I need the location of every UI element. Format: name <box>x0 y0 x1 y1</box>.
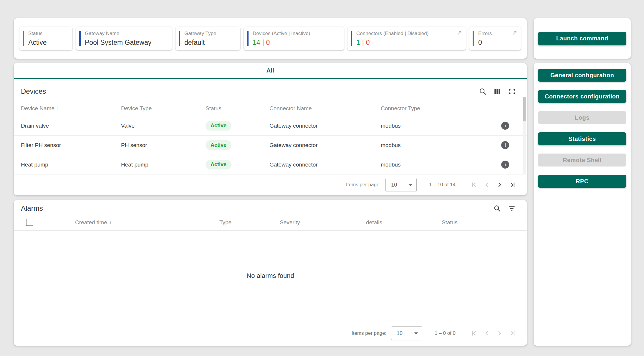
column-severity[interactable]: Severity <box>280 219 366 226</box>
stat-value: Pool System Gateway <box>85 39 167 47</box>
search-icon[interactable] <box>493 205 501 212</box>
devices-accent-bar <box>247 31 249 46</box>
devices-pagination: Items per page: 10 1 – 10 of 14 <box>14 174 527 195</box>
cell-connector-name: Gateway connector <box>269 142 381 149</box>
status-accent-bar <box>23 31 24 46</box>
column-connector-name[interactable]: Connector Name <box>269 105 381 112</box>
stat-value: 14|0 <box>253 39 339 47</box>
previous-page-button <box>480 181 493 189</box>
column-status[interactable]: Status <box>442 219 527 226</box>
status-badge: Active <box>206 140 231 150</box>
search-icon[interactable] <box>479 88 486 95</box>
cell-connector-type: modbus <box>381 161 500 168</box>
column-status[interactable]: Status <box>206 105 269 112</box>
remote-shell-button: Remote Shell <box>538 154 626 167</box>
scrollbar-thumb[interactable] <box>523 97 526 121</box>
chevron-down-icon <box>409 184 412 186</box>
filter-icon[interactable] <box>508 205 516 212</box>
stat-card-status: Status Active <box>19 27 72 50</box>
cell-device-name: Heat pump <box>21 161 121 168</box>
device-row-drain-valve[interactable]: Drain valve Valve Active Gateway connect… <box>14 116 527 136</box>
fullscreen-icon[interactable] <box>508 88 516 95</box>
external-link-icon[interactable]: ↗ <box>512 29 517 36</box>
stat-value: default <box>184 39 236 47</box>
no-alarms-message: No alarms found <box>14 231 527 321</box>
gateway-dashboard: Status Active Gateway Name Pool System G… <box>0 0 644 356</box>
tab-all[interactable]: All <box>266 67 274 74</box>
device-row-filter-ph-sensor[interactable]: Filter PH sensor PH sensor Active Gatewa… <box>14 136 527 155</box>
errors-accent-bar <box>473 31 474 46</box>
stat-label: Gateway Name <box>85 31 167 37</box>
cell-connector-name: Gateway connector <box>269 123 381 129</box>
cell-connector-type: modbus <box>381 123 500 129</box>
stat-card-gateway-type: Gateway Type default <box>176 27 240 50</box>
first-page-button <box>467 329 480 337</box>
column-created-time[interactable]: Created time↓ <box>75 219 219 226</box>
items-per-page-label: Items per page: <box>346 182 381 188</box>
items-per-page-value: 10 <box>391 182 397 188</box>
logs-button: Logs <box>538 111 626 124</box>
stat-value: 1|0 <box>356 39 461 47</box>
stat-value: 0 <box>478 39 516 47</box>
stat-value: Active <box>28 39 68 47</box>
column-device-name[interactable]: Device Name↑ <box>21 105 121 112</box>
status-badge: Active <box>206 121 231 131</box>
launch-command-panel: Launch command <box>534 18 631 59</box>
status-badge: Active <box>206 160 231 169</box>
sort-desc-icon: ↓ <box>109 220 112 225</box>
devices-table-header: Device Name↑ Device Type Status Connecto… <box>14 101 527 116</box>
alarms-toolbar <box>493 205 516 212</box>
page-range-label: 1 – 0 of 0 <box>435 330 456 336</box>
cell-device-type: Valve <box>121 123 206 129</box>
launch-command-button[interactable]: Launch command <box>538 32 626 45</box>
stat-label: Errors <box>478 31 516 37</box>
column-device-type[interactable]: Device Type <box>121 105 206 112</box>
alarms-header: Alarms <box>14 200 527 214</box>
next-page-button[interactable] <box>493 181 506 189</box>
connectors-configuration-button[interactable]: Connectors configuration <box>538 90 626 103</box>
cell-device-name: Filter PH sensor <box>21 142 121 149</box>
items-per-page-select[interactable]: 10 <box>385 178 417 192</box>
columns-icon[interactable] <box>494 88 501 95</box>
items-per-page-select[interactable]: 10 <box>391 326 422 340</box>
column-details[interactable]: details <box>366 219 442 226</box>
info-icon[interactable]: i <box>501 122 509 130</box>
column-type[interactable]: Type <box>219 219 280 226</box>
stat-card-devices: Devices (Active | Inactive) 14|0 <box>244 27 344 50</box>
next-page-button <box>493 329 506 337</box>
first-page-button <box>467 181 480 189</box>
actions-panel: General configuration Connectors configu… <box>534 63 631 346</box>
info-icon[interactable]: i <box>501 161 509 169</box>
last-page-button[interactable] <box>506 181 519 189</box>
tab-bar: All <box>14 63 527 79</box>
stat-label: Status <box>28 31 68 37</box>
info-icon[interactable]: i <box>501 141 509 149</box>
select-all-checkbox[interactable] <box>26 219 33 226</box>
column-connector-type[interactable]: Connector Type <box>381 105 500 112</box>
gateway-type-accent-bar <box>179 31 180 46</box>
sort-asc-icon: ↑ <box>57 106 59 111</box>
stat-label: Devices (Active | Inactive) <box>253 31 339 37</box>
devices-title: Devices <box>21 87 46 95</box>
rpc-button[interactable]: RPC <box>538 175 626 188</box>
general-configuration-button[interactable]: General configuration <box>538 69 626 82</box>
stat-label: Gateway Type <box>184 31 236 37</box>
cell-device-type: Heat pump <box>121 161 206 168</box>
connectors-accent-bar <box>351 31 352 46</box>
cell-device-type: PH sensor <box>121 142 206 149</box>
page-range-label: 1 – 10 of 14 <box>429 182 456 188</box>
device-row-heat-pump[interactable]: Heat pump Heat pump Active Gateway conne… <box>14 155 527 174</box>
stat-card-gateway-name: Gateway Name Pool System Gateway <box>76 27 172 50</box>
alarms-pagination: Items per page: 10 1 – 0 of 0 <box>14 321 527 346</box>
devices-toolbar <box>479 88 516 95</box>
statistics-button[interactable]: Statistics <box>538 132 626 145</box>
external-link-icon[interactable]: ↗ <box>457 29 462 36</box>
stat-card-connectors: ↗ Connectors (Enabled | Disabled) 1|0 <box>347 27 466 50</box>
stat-label: Connectors (Enabled | Disabled) <box>356 31 461 37</box>
previous-page-button <box>480 329 493 337</box>
last-page-button <box>506 329 519 337</box>
devices-panel: All Devices Device Name↑ Device Type Sta… <box>14 63 527 195</box>
stat-card-errors: ↗ Errors 0 <box>469 27 521 50</box>
alarms-panel: Alarms Created time↓ Type Severity detai… <box>14 200 527 346</box>
cell-device-name: Drain valve <box>21 123 121 129</box>
